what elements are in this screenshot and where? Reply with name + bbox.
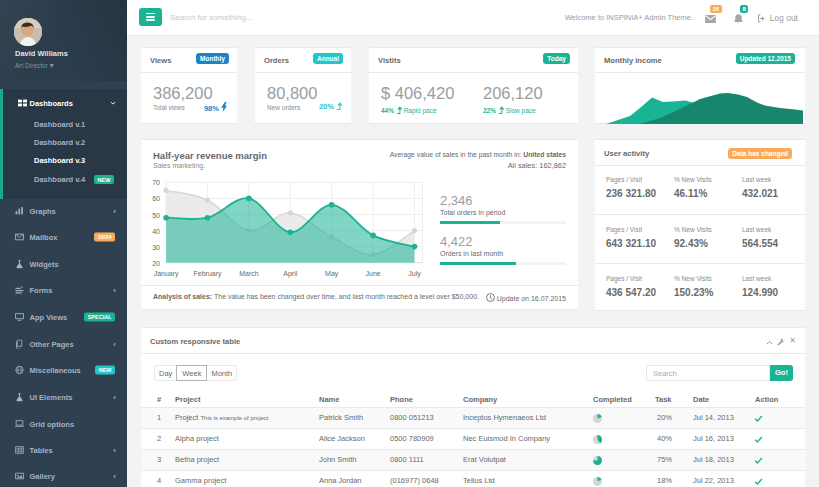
svg-text:20: 20 [152, 260, 160, 267]
svg-text:March: March [239, 270, 259, 277]
svg-text:30: 30 [152, 244, 160, 251]
svg-text:January: January [154, 270, 179, 278]
svg-text:50: 50 [152, 212, 160, 219]
svg-text:June: June [366, 270, 381, 277]
svg-text:February: February [193, 270, 222, 278]
svg-text:60: 60 [152, 195, 160, 202]
svg-text:70: 70 [152, 179, 160, 186]
svg-text:April: April [283, 270, 297, 278]
svg-text:July: July [408, 270, 421, 278]
svg-text:May: May [325, 270, 339, 278]
svg-text:40: 40 [152, 228, 160, 235]
